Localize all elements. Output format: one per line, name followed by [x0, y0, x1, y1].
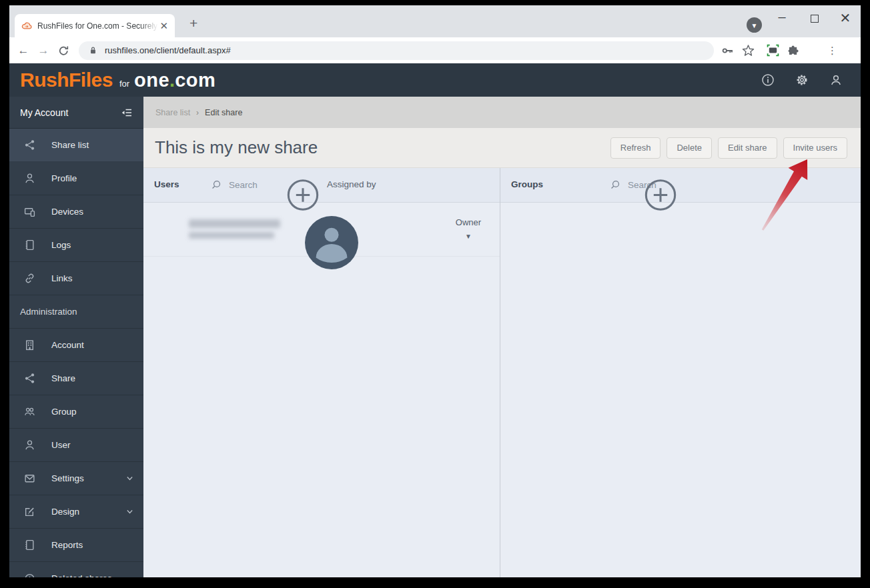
sidebar-item-label: Settings — [51, 473, 84, 483]
sidebar-item-label: Logs — [51, 240, 71, 250]
groups-panel-header: Groups — [500, 168, 861, 203]
edit-share-button[interactable]: Edit share — [718, 137, 777, 159]
redacted-user-email — [189, 232, 274, 239]
groups-panel: Groups — [500, 168, 861, 577]
sidebar-title: My Account — [20, 107, 121, 118]
star-icon[interactable] — [742, 44, 755, 57]
tab-close-icon[interactable]: ✕ — [158, 19, 169, 32]
content-area: Share list › Edit share This is my new s… — [143, 97, 861, 577]
user-row[interactable]: Owner ▼ — [143, 203, 500, 257]
sidebar-item-group[interactable]: Group — [9, 395, 143, 429]
breadcrumb-share-list[interactable]: Share list — [155, 108, 190, 117]
role-label: Owner — [449, 217, 488, 227]
logo-rushfiles: RushFiles — [20, 69, 113, 91]
role-dropdown[interactable]: Owner ▼ — [449, 217, 488, 240]
browser-tab[interactable]: RushFiles for One.com - Securely ✕ — [15, 14, 175, 37]
tab-strip: RushFiles for One.com - Securely ✕ + ▼ –… — [9, 5, 861, 37]
browser-window: RushFiles for One.com - Securely ✕ + ▼ –… — [9, 5, 861, 577]
sidebar-section-administration: Administration — [9, 295, 143, 329]
clock-icon — [24, 573, 35, 577]
breadcrumb: Share list › Edit share — [143, 97, 861, 128]
envelope-icon — [24, 473, 35, 484]
add-group-button[interactable] — [480, 178, 841, 212]
logo-com: com — [175, 69, 215, 91]
puzzle-icon[interactable] — [787, 45, 799, 57]
screenshot-stage: RushFiles for One.com - Securely ✕ + ▼ –… — [0, 0, 870, 588]
share-icon — [24, 373, 35, 384]
title-band: This is my new share RefreshDeleteEdit s… — [143, 128, 861, 168]
back-icon[interactable]: ← — [13, 44, 33, 57]
sidebar-item-label: Profile — [51, 173, 77, 183]
report-icon — [24, 539, 35, 551]
breadcrumb-edit-share: Edit share — [205, 108, 242, 117]
sidebar-item-label: Group — [51, 407, 77, 417]
sidebar-item-label: User — [51, 440, 71, 450]
refresh-button[interactable]: Refresh — [610, 137, 661, 159]
sidebar-item-label: Design — [51, 507, 79, 517]
logo-for: for — [119, 79, 129, 89]
users-panel: Users Assigned by — [143, 168, 500, 577]
tab-title: RushFiles for One.com - Securely — [37, 21, 158, 31]
kebab-menu-icon[interactable]: ⋮ — [827, 45, 837, 57]
pencil-icon — [24, 506, 35, 517]
chevron-down-icon — [125, 507, 134, 516]
reload-icon[interactable] — [53, 45, 73, 56]
sidebar-header: My Account — [9, 97, 143, 129]
sidebar-item-settings[interactable]: Settings — [9, 462, 143, 495]
url-input[interactable] — [103, 45, 705, 56]
sidebar-item-label: Share — [51, 373, 75, 383]
app-header: RushFiles for one . com — [9, 63, 861, 97]
sidebar-item-profile[interactable]: Profile — [9, 162, 143, 195]
maximize-icon — [811, 15, 819, 23]
window-close-button[interactable]: ✕ — [835, 10, 855, 26]
screenshot-icon[interactable] — [767, 44, 779, 57]
person-icon — [24, 439, 35, 451]
main-area: My Account Share listProfileDevicesLogsL… — [9, 97, 861, 577]
sidebar-item-label: Account — [51, 340, 84, 350]
new-tab-button[interactable]: + — [189, 16, 197, 30]
sidebar: My Account Share listProfileDevicesLogsL… — [9, 97, 143, 577]
rushfiles-favicon-icon — [21, 21, 32, 31]
rushfiles-logo: RushFiles for one . com — [20, 69, 215, 91]
sidebar-item-account[interactable]: Account — [9, 329, 143, 362]
key-icon[interactable] — [722, 45, 734, 57]
sidebar-item-links[interactable]: Links — [9, 262, 143, 295]
sidebar-item-design[interactable]: Design — [9, 495, 143, 529]
sidebar-item-share[interactable]: Share — [9, 362, 143, 395]
action-buttons: RefreshDeleteEdit shareInvite users — [610, 137, 847, 159]
sidebar-item-logs[interactable]: Logs — [9, 229, 143, 262]
info-icon[interactable] — [761, 73, 775, 87]
window-minimize-button[interactable]: – — [772, 9, 792, 25]
collapse-menu-icon[interactable] — [121, 107, 133, 119]
sidebar-item-label: Deleted shares — [51, 573, 112, 577]
sidebar-item-share-list[interactable]: Share list — [9, 129, 143, 162]
redacted-user-name — [189, 219, 280, 228]
sidebar-item-deleted-shares[interactable]: Deleted shares — [9, 562, 143, 577]
panels: Users Assigned by — [143, 168, 861, 577]
caret-down-icon: ▼ — [751, 23, 758, 29]
users-panel-header: Users Assigned by — [143, 168, 500, 203]
logo-one: one — [134, 69, 169, 91]
logs-icon — [24, 239, 35, 251]
group-icon — [24, 406, 35, 417]
window-maximize-button[interactable] — [805, 15, 825, 23]
sidebar-item-reports[interactable]: Reports — [9, 529, 143, 562]
browser-toolbar: ← → ⋮ — [9, 37, 861, 63]
user-icon[interactable] — [829, 73, 843, 87]
devices-icon — [24, 206, 35, 217]
sidebar-item-user[interactable]: User — [9, 429, 143, 462]
sidebar-item-label: Reports — [51, 540, 83, 550]
forward-icon[interactable]: → — [33, 44, 53, 57]
url-bar[interactable] — [79, 41, 714, 60]
building-icon — [24, 339, 35, 351]
delete-button[interactable]: Delete — [667, 137, 712, 159]
person-icon — [24, 173, 35, 184]
sidebar-item-label: Share list — [51, 140, 89, 150]
caret-down-icon: ▼ — [449, 233, 488, 240]
gear-icon[interactable] — [795, 73, 809, 87]
tab-search-button[interactable]: ▼ — [747, 17, 762, 33]
invite-users-button[interactable]: Invite users — [783, 137, 847, 159]
sidebar-item-devices[interactable]: Devices — [9, 195, 143, 229]
lock-icon — [88, 45, 98, 55]
page-title: This is my new share — [155, 137, 318, 158]
